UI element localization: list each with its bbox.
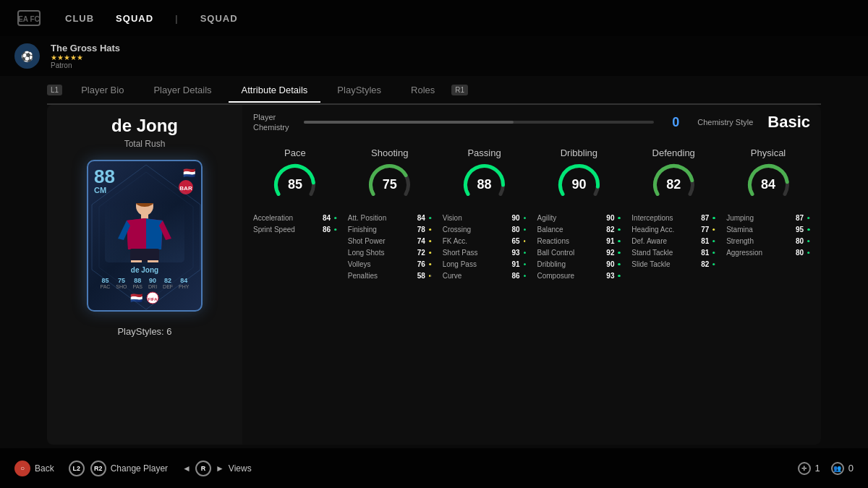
chemistry-bar-fill — [304, 121, 514, 124]
stat-row: Aggression 80 — [726, 249, 810, 257]
stat-row: Jumping 87 — [726, 214, 810, 222]
nav-item-club[interactable]: Club — [65, 13, 94, 24]
back-button[interactable]: ○ Back — [14, 461, 54, 476]
player-name: de Jong — [111, 116, 178, 136]
stat-col-defending: Defending 82 Interceptions 87 Heading Ac… — [631, 147, 715, 283]
stat-col-pace: Pace 85 Acceleration 84 Sprint Speed 86 — [253, 147, 337, 283]
playstyles-label: PlayStyles: 6 — [117, 326, 171, 337]
card-stats-row: 85 PAC 75 SHO 88 PAS 90 DRI 82 DEF — [100, 277, 189, 289]
stat-cat-header: Physical 84 — [726, 147, 810, 208]
card-badges: 🇳🇱 FIFA — [130, 291, 159, 304]
stat-row: Stand Tackle 81 — [631, 249, 715, 257]
top-nav: EA FC Club Squad | Squad — [0, 0, 868, 36]
tab-badge-r1: R1 — [451, 85, 468, 95]
tab-player-bio[interactable]: Player Bio — [68, 79, 137, 103]
stat-col-dribbling: Dribbling 90 Agility 90 Balance 82 — [537, 147, 621, 283]
nav-item-squad[interactable]: Squad — [116, 13, 153, 24]
chemistry-label: Player Chemistry — [253, 112, 289, 133]
stat-row: Slide Tackle 82 — [631, 260, 715, 268]
stat-row: Strength 80 — [726, 237, 810, 245]
tab-attribute-details[interactable]: Attribute Details — [229, 79, 321, 103]
player-title: Total Rush — [124, 139, 166, 149]
people-icon: 👥 — [831, 462, 844, 475]
svg-rect-10 — [130, 249, 159, 262]
gauge-defending: 82 — [650, 161, 697, 208]
stat-col-physical: Physical 84 Jumping 87 Stamina 95 — [726, 147, 810, 283]
club-bar: ⚽ The Gross Hats ★★★★★ Patron — [0, 36, 868, 76]
tab-badge-l1: L1 — [47, 85, 62, 95]
stat-row: Finishing 78 — [348, 226, 432, 234]
stat-row: Long Pass 91 — [443, 260, 527, 268]
stat-row: Att. Position 84 — [348, 214, 432, 222]
chemistry-style-value: Basic — [767, 113, 810, 132]
stat-cat-header: Pace 85 — [253, 147, 337, 208]
dpad-right: ► — [216, 463, 224, 474]
card-rating: 88 — [94, 167, 115, 186]
stat-row: Volleys 76 — [348, 260, 432, 268]
stat-row: Def. Aware 81 — [631, 237, 715, 245]
fifa-card: 88 CM 🇳🇱 BAR — [87, 160, 203, 312]
count-1: 1 — [815, 463, 820, 474]
card-player-name: de Jong — [131, 266, 158, 274]
svg-text:BAR: BAR — [179, 185, 192, 192]
stat-row: Crossing 80 — [443, 226, 527, 234]
svg-rect-9 — [143, 218, 146, 249]
tab-player-details[interactable]: Player Details — [140, 79, 224, 103]
r-icon: R — [195, 461, 211, 476]
card-stat-dri: 90 — [148, 277, 157, 284]
stat-col-passing: Passing 88 Vision 90 Crossing 80 — [443, 147, 527, 283]
tab-roles[interactable]: Roles — [398, 79, 448, 103]
change-player-label: Change Player — [111, 463, 168, 474]
stat-row: Ball Control 92 — [537, 249, 621, 257]
card-stat-phy: 84 — [179, 277, 189, 284]
stat-row: Vision 90 — [443, 214, 527, 222]
back-label: Back — [35, 463, 54, 474]
chemistry-value: 0 — [668, 115, 683, 130]
chemistry-row: Player Chemistry 0 Chemistry Style Basic — [253, 112, 810, 139]
l2-icon: L2 — [69, 461, 85, 476]
stat-row: Penalties 58 — [348, 272, 432, 280]
card-stat-pas: 88 — [133, 277, 143, 284]
main-content: de Jong Total Rush 88 CM 🇳🇱 — [47, 105, 821, 445]
stat-row: Long Shots 72 — [348, 249, 432, 257]
change-player-button[interactable]: L2 R2 Change Player — [69, 461, 168, 476]
card-stat-pac: 85 — [100, 277, 110, 284]
views-button[interactable]: ◄ R ► Views — [182, 461, 252, 476]
gauge-dribbling: 90 — [556, 161, 603, 208]
stat-cat-header: Dribbling 90 — [537, 147, 621, 208]
count-2: 0 — [848, 463, 854, 474]
views-label: Views — [229, 463, 252, 474]
stat-cat-header: Shooting 75 — [348, 147, 432, 208]
dpad-left: ◄ — [182, 463, 191, 474]
tabs-bar: L1 Player Bio Player Details Attribute D… — [47, 76, 821, 105]
chemistry-style-label: Chemistry Style — [697, 118, 753, 127]
gauge-physical: 84 — [745, 161, 792, 208]
tab-playstyles[interactable]: PlayStyles — [324, 79, 394, 103]
stat-row: Heading Acc. 77 — [631, 226, 715, 234]
stat-row: Short Pass 93 — [443, 249, 527, 257]
stat-row: Reactions 91 — [537, 237, 621, 245]
bottom-bar: ○ Back L2 R2 Change Player ◄ R ► Views ✛… — [0, 448, 868, 488]
stat-row: Composure 93 — [537, 272, 621, 280]
stat-cat-header: Passing 88 — [443, 147, 527, 208]
stat-row: Shot Power 74 — [348, 237, 432, 245]
card-player-image — [105, 203, 184, 262]
stat-row: Stamina 95 — [726, 226, 810, 234]
stat-categories: Pace 85 Acceleration 84 Sprint Speed 86 — [253, 147, 810, 283]
gauge-shooting: 75 — [366, 161, 413, 208]
stat-row: Curve 86 — [443, 272, 527, 280]
club-stars: ★★★★★ — [51, 53, 120, 61]
gauge-pace: 85 — [271, 161, 318, 208]
nav-item-squad2[interactable]: Squad — [200, 13, 238, 24]
card-top: 88 CM 🇳🇱 BAR — [94, 167, 195, 200]
club-name: The Gross Hats — [51, 43, 120, 53]
r2-icon: R2 — [90, 461, 106, 476]
player-panel: de Jong Total Rush 88 CM 🇳🇱 — [47, 105, 242, 445]
stat-row: Sprint Speed 86 — [253, 226, 337, 234]
stat-row: Interceptions 87 — [631, 214, 715, 222]
stat-cat-header: Defending 82 — [631, 147, 715, 208]
club-info: The Gross Hats ★★★★★ Patron — [51, 43, 120, 69]
svg-rect-12 — [148, 260, 158, 263]
dpad-icon: ✛ — [798, 462, 811, 475]
card-stat-def: 82 — [163, 277, 173, 284]
